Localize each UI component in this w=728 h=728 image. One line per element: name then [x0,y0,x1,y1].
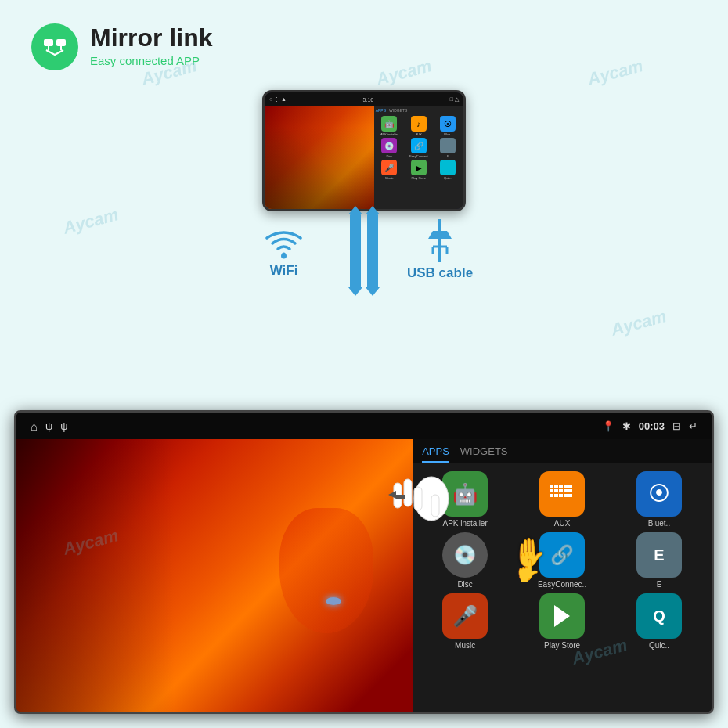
phone-app-playstore: ▶ Play Store [405,160,432,180]
svg-rect-13 [559,485,563,488]
car-apps-panel: APPS WIDGETS 🤖 APK installer [413,439,712,714]
page-title: Mirror link [90,23,212,52]
car-video [16,439,413,714]
svg-rect-28 [414,487,422,510]
phone-app-quick: Quic.. [434,160,462,180]
phone-app-e: E [434,138,462,158]
svg-rect-25 [568,494,572,497]
svg-rect-16 [550,489,553,492]
car-app-disc[interactable]: 💿 Disc 🤚 👆 [419,532,511,589]
car-app-playstore[interactable]: Play Store [516,593,608,650]
wifi-icon [262,227,305,260]
svg-rect-12 [554,485,558,488]
usb-group: USB cable [407,219,473,281]
svg-rect-21 [550,494,553,497]
svg-point-4 [281,254,287,259]
phone-app-aux: ♪ AUX [405,116,432,136]
svg-rect-23 [559,494,563,497]
phone-app-blue: ⦿ Blue.. [434,116,462,136]
usb-status-icon-1: ψ [45,420,52,432]
svg-marker-6 [428,231,452,239]
phone-video [265,106,374,209]
back-icon: ↵ [689,420,697,432]
svg-rect-17 [554,489,558,492]
phone-app-music: 🎤 Music [376,160,403,180]
car-status-right: 📍 ✱ 00:03 ⊟ ↵ [602,420,697,432]
phone-mockup: ○ ⋮ ▲ 5:16 □ △ APPS WIDGETS [262,90,466,211]
svg-rect-20 [568,489,572,492]
car-app-music[interactable]: 🎤 Music [419,593,511,650]
phone-app-disc: 💿 Disc [376,138,403,158]
car-screen: ⌂ ψ ψ 📍 ✱ 00:03 ⊟ ↵ [14,410,714,714]
phone-apps-panel: APPS WIDGETS 🤖 APK installer ♪ AUX [374,106,463,209]
svg-rect-31 [431,495,439,517]
svg-rect-11 [550,485,553,488]
usb-status-icon-2: ψ [60,420,67,432]
car-apps-grid: 🤖 APK installer [413,463,712,658]
svg-rect-14 [564,485,568,488]
svg-rect-19 [564,489,568,492]
wifi-group: WiFi [262,227,305,279]
svg-rect-0 [44,39,53,46]
car-app-e[interactable]: E E [613,532,705,589]
svg-marker-26 [554,605,570,627]
header: Mirror link Easy connected APP [0,0,728,78]
car-time: 00:03 [639,420,665,432]
connection-arrows [350,214,378,288]
tab-widgets[interactable]: WIDGETS [460,445,508,463]
svg-rect-22 [554,494,558,497]
car-status-bar: ⌂ ψ ψ 📍 ✱ 00:03 ⊟ ↵ [16,413,712,439]
location-icon: 📍 [602,420,614,432]
bluetooth-icon: ✱ [622,420,631,432]
svg-rect-33 [396,495,405,499]
svg-rect-15 [568,485,572,488]
svg-rect-29 [404,479,412,506]
mirror-link-icon [31,23,78,70]
phone-status-bar: ○ ⋮ ▲ 5:16 □ △ [265,92,463,106]
diagram-area: ○ ⋮ ▲ 5:16 □ △ APPS WIDGETS [0,82,728,348]
home-icon: ⌂ [31,420,38,433]
header-text: Mirror link Easy connected APP [90,23,212,67]
phone-app-apk: 🤖 APK installer [376,116,403,136]
car-status-left: ⌂ ψ ψ [31,420,68,433]
car-tabs: APPS WIDGETS [413,439,712,463]
subtitle: Easy connected APP [90,54,212,67]
svg-marker-32 [388,491,396,499]
hand-cursor-overlay [388,456,451,526]
svg-rect-18 [559,489,563,492]
svg-rect-24 [564,494,568,497]
usb-label: USB cable [407,265,473,281]
car-app-aux[interactable]: AUX [516,471,608,528]
car-app-quick[interactable]: Q Quic.. [613,593,705,650]
phone-app-easy: 🔗 EasyConnect [405,138,432,158]
svg-rect-1 [56,39,66,46]
menu-icon: ⊟ [672,420,681,432]
wifi-label: WiFi [270,263,298,279]
car-app-bluetooth[interactable]: ⦿ Bluet.. [613,471,705,528]
car-main-content: APPS WIDGETS 🤖 APK installer [16,439,712,714]
usb-icon [425,219,455,262]
